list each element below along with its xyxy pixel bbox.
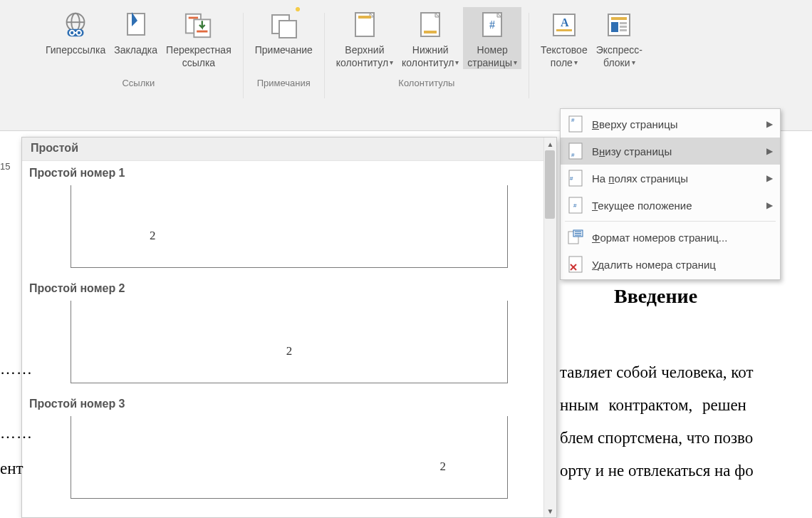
gallery-body: Простой номер 1 2 Простой номер 2 2 Прос… <box>22 161 556 516</box>
menu-separator <box>565 221 776 222</box>
remove-numbers-icon <box>566 255 585 274</box>
svg-rect-25 <box>611 22 618 32</box>
svg-rect-13 <box>279 21 296 38</box>
menu-item-remove-page-numbers[interactable]: Удалить номера страниц <box>561 251 780 278</box>
chevron-right-icon: ▶ <box>766 146 773 156</box>
ribbon-group-text: A Текстовое поле▾ Экспресс- блоки▾ <box>536 7 647 88</box>
header-button[interactable]: Верхний колонтитул▾ <box>332 7 397 69</box>
quick-parts-icon <box>604 10 634 40</box>
quickparts-label-1: Экспресс- <box>596 44 642 57</box>
svg-rect-27 <box>620 26 627 28</box>
gallery-item-title: Простой номер 2 <box>29 282 535 295</box>
menu-label: Удалить номера страниц <box>592 259 716 271</box>
page-number-button[interactable]: # Номер страницы▾ <box>463 7 521 69</box>
doc-line: блем спортсмена, что позво <box>560 422 812 455</box>
doc-line: орту и не отвлекаться на фо <box>560 455 812 487</box>
chevron-down-icon: ▾ <box>390 58 393 68</box>
menu-item-current-position[interactable]: # Текущее положение ▶ <box>561 192 780 219</box>
format-numbers-icon <box>566 228 585 247</box>
gallery-item-preview: 2 <box>71 301 508 383</box>
ribbon-group-comments: Примечание Примечания <box>251 7 317 88</box>
chevron-down-icon: ▾ <box>574 58 578 68</box>
ribbon-group-links: Гиперссылка Закладка <box>41 7 236 88</box>
header-icon <box>350 10 380 40</box>
menu-item-page-margins[interactable]: # На полях страницы ▶ <box>561 165 780 192</box>
group-label-comments: Примечания <box>257 78 311 88</box>
header-label-1: Верхний <box>345 44 384 57</box>
crossref-button[interactable]: Перекрестная ссылка <box>162 7 236 69</box>
spacer <box>74 57 77 70</box>
gallery-item[interactable]: Простой номер 3 2 <box>28 398 536 499</box>
bookmark-button[interactable]: Закладка <box>110 7 162 69</box>
chevron-right-icon: ▶ <box>766 200 773 210</box>
quickparts-label-2: блоки <box>603 57 630 70</box>
ribbon-separator <box>243 13 244 98</box>
comment-label: Примечание <box>255 44 313 57</box>
svg-rect-7 <box>127 14 145 35</box>
crossref-icon <box>184 10 214 40</box>
doc-fragment: ент <box>0 452 24 485</box>
gallery-scrollbar[interactable]: ▲ ▼ <box>543 138 556 517</box>
gallery-sample-number: 2 <box>286 344 293 358</box>
doc-dots: …… <box>0 360 33 378</box>
bookmark-icon <box>121 10 151 40</box>
menu-item-format-page-numbers[interactable]: Формат номеров страниц... <box>561 224 780 251</box>
gallery-item-title: Простой номер 1 <box>29 167 535 180</box>
svg-text:#: # <box>573 202 577 209</box>
doc-line: нным контрактом, решен <box>560 389 812 422</box>
textfield-label-1: Текстовое <box>541 44 588 57</box>
svg-rect-26 <box>620 22 627 24</box>
menu-label: Вверху страницы <box>592 118 678 130</box>
quick-parts-button[interactable]: Экспресс- блоки▾ <box>592 7 647 69</box>
gallery-item-title: Простой номер 3 <box>29 398 535 410</box>
page-bottom-icon: # <box>566 142 585 160</box>
hyperlink-button[interactable]: Гиперссылка <box>41 7 110 69</box>
menu-item-bottom-of-page[interactable]: # Внизу страницы ▶ <box>561 138 780 165</box>
page-margin-icon: # <box>566 169 585 187</box>
spacer <box>135 57 137 70</box>
ribbon-separator <box>324 13 325 98</box>
chevron-down-icon: ▾ <box>455 58 459 68</box>
menu-label: Внизу страницы <box>592 145 672 157</box>
svg-rect-15 <box>358 16 371 19</box>
bookmark-label: Закладка <box>114 44 157 57</box>
header-label-2: колонтитул <box>336 57 388 70</box>
footer-label-1: Нижний <box>412 44 449 57</box>
scrollbar-thumb[interactable] <box>545 150 555 219</box>
menu-label: Текущее положение <box>592 200 692 212</box>
svg-rect-22 <box>556 29 572 31</box>
page-top-icon: # <box>566 115 585 133</box>
page-number-menu: # Вверху страницы ▶ # Внизу страницы ▶ #… <box>560 108 781 280</box>
menu-label: Формат номеров страниц... <box>592 232 727 244</box>
pagenum-label-1: Номер <box>477 44 508 57</box>
hyperlink-label: Гиперссылка <box>46 44 105 57</box>
comment-icon <box>269 10 298 40</box>
ribbon-separator <box>529 13 529 98</box>
spacer <box>282 57 285 70</box>
footer-icon <box>415 10 445 40</box>
pagenum-label-2: страницы <box>467 57 512 70</box>
doc-heading: Введение <box>614 285 697 308</box>
footer-button[interactable]: Нижний колонтитул▾ <box>397 7 463 69</box>
text-field-button[interactable]: A Текстовое поле▾ <box>536 7 592 69</box>
svg-rect-17 <box>424 31 437 33</box>
doc-dots: …… <box>0 424 33 442</box>
globe-link-icon <box>61 10 90 40</box>
chevron-right-icon: ▶ <box>766 173 773 183</box>
gallery-item[interactable]: Простой номер 2 2 <box>28 282 536 383</box>
gallery-item[interactable]: Простой номер 1 2 <box>28 167 536 268</box>
menu-item-top-of-page[interactable]: # Вверху страницы ▶ <box>561 110 780 138</box>
text-field-icon: A <box>549 10 579 40</box>
gallery-item-preview: 2 <box>71 416 508 499</box>
svg-rect-28 <box>620 29 627 31</box>
scroll-up-icon[interactable]: ▲ <box>544 138 556 150</box>
page-number-gallery: Простой Простой номер 1 2 Простой номер … <box>21 137 557 518</box>
scroll-down-icon[interactable]: ▼ <box>544 504 556 517</box>
svg-text:#: # <box>571 117 575 123</box>
page-current-icon: # <box>566 196 585 214</box>
group-label-text <box>590 78 593 88</box>
ribbon-group-headerfooter: Верхний колонтитул▾ Нижний колонтитул▾ #… <box>332 7 521 88</box>
comment-button[interactable]: Примечание <box>251 7 317 69</box>
gallery-category-header: Простой <box>22 138 556 161</box>
group-label-links: Ссылки <box>122 78 155 88</box>
